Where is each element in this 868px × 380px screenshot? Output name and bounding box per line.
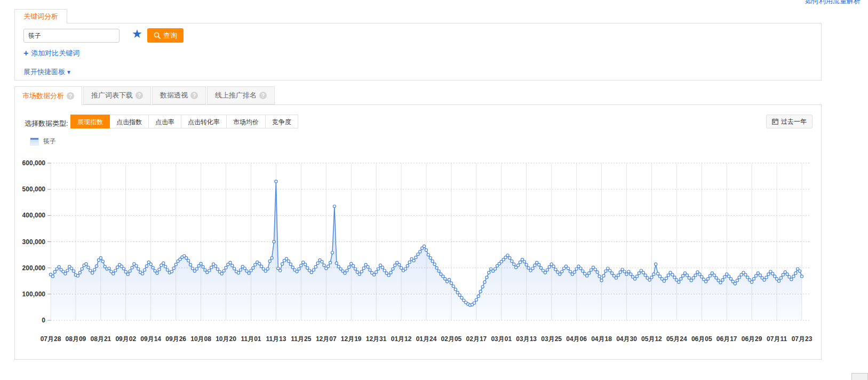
data-point[interactable] [437, 270, 440, 272]
data-point[interactable] [101, 260, 104, 263]
data-point[interactable] [273, 240, 275, 243]
trend-chart[interactable]: 0100,000200,000300,000400,000500,000600,… [15, 105, 821, 359]
data-point[interactable] [254, 263, 257, 266]
data-point[interactable] [239, 269, 242, 271]
data-point[interactable] [554, 268, 557, 271]
data-point[interactable] [141, 272, 144, 275]
data-point[interactable] [152, 266, 154, 269]
data-point[interactable] [625, 273, 628, 276]
tab-promo-wordlist-download[interactable]: 推广词表下载 ? [83, 86, 151, 104]
data-point[interactable] [285, 257, 288, 260]
data-point[interactable] [93, 269, 96, 271]
data-point[interactable] [423, 245, 426, 247]
data-point[interactable] [774, 275, 776, 278]
data-point[interactable] [76, 274, 79, 277]
data-point[interactable] [573, 271, 576, 273]
data-point[interactable] [692, 277, 695, 279]
data-point[interactable] [721, 279, 724, 281]
data-point[interactable] [665, 277, 667, 280]
add-compare-keyword-link[interactable]: + 添加对比关键词 [23, 48, 79, 58]
question-icon[interactable]: ? [67, 92, 74, 100]
data-point[interactable] [124, 270, 127, 273]
data-point[interactable] [481, 286, 484, 288]
data-point[interactable] [346, 269, 348, 272]
data-point[interactable] [170, 270, 173, 273]
data-point[interactable] [381, 266, 384, 269]
data-point[interactable] [777, 280, 780, 282]
question-icon[interactable]: ? [190, 92, 198, 99]
data-point[interactable] [567, 267, 569, 270]
data-point[interactable] [296, 270, 298, 273]
data-point[interactable] [630, 273, 632, 276]
data-point[interactable] [237, 271, 240, 274]
data-point[interactable] [519, 261, 521, 263]
data-point[interactable] [387, 274, 390, 277]
data-point[interactable] [306, 266, 309, 269]
data-point[interactable] [103, 265, 106, 268]
data-point[interactable] [657, 272, 659, 275]
data-point[interactable] [279, 269, 282, 272]
data-point[interactable] [95, 265, 98, 268]
data-point[interactable] [706, 278, 709, 280]
data-point[interactable] [617, 274, 619, 277]
data-point[interactable] [327, 265, 330, 268]
data-point[interactable] [174, 263, 177, 266]
data-point[interactable] [214, 265, 217, 268]
data-point[interactable] [594, 268, 596, 271]
data-point[interactable] [250, 269, 252, 272]
data-point[interactable] [431, 260, 434, 262]
data-point[interactable] [229, 261, 232, 264]
data-point[interactable] [794, 272, 797, 274]
data-point[interactable] [561, 270, 563, 273]
data-point[interactable] [765, 276, 768, 279]
data-point[interactable] [287, 260, 290, 262]
data-point[interactable] [220, 272, 223, 275]
data-point[interactable] [70, 267, 73, 270]
data-point[interactable] [488, 271, 490, 274]
data-point[interactable] [533, 264, 536, 266]
data-point[interactable] [746, 276, 749, 279]
data-point[interactable] [154, 270, 156, 272]
data-point[interactable] [638, 272, 640, 274]
data-point[interactable] [129, 270, 131, 272]
data-point[interactable] [627, 270, 630, 273]
data-point[interactable] [369, 269, 371, 271]
data-point[interactable] [473, 302, 475, 304]
data-point[interactable] [477, 295, 480, 297]
data-point[interactable] [252, 266, 254, 269]
data-point[interactable] [354, 268, 356, 270]
data-point[interactable] [400, 266, 403, 269]
tab-online-promo-ranking[interactable]: 线上推广排名 ? [207, 86, 275, 104]
data-point[interactable] [429, 256, 432, 259]
data-point[interactable] [663, 280, 665, 282]
data-point[interactable] [579, 267, 582, 270]
data-point[interactable] [389, 271, 392, 274]
data-point[interactable] [513, 263, 515, 265]
query-button[interactable]: 查询 [147, 28, 184, 43]
data-point[interactable] [619, 271, 622, 273]
data-point[interactable] [458, 294, 461, 296]
data-point[interactable] [615, 277, 617, 279]
data-point[interactable] [89, 269, 92, 272]
data-point[interactable] [337, 265, 340, 268]
data-point[interactable] [427, 254, 429, 256]
data-point[interactable] [728, 275, 730, 278]
data-point[interactable] [260, 265, 262, 268]
data-point[interactable] [559, 273, 561, 276]
data-point[interactable] [156, 272, 158, 274]
data-point[interactable] [270, 256, 273, 259]
data-point[interactable] [779, 277, 782, 279]
data-point[interactable] [736, 279, 738, 282]
data-point[interactable] [289, 263, 292, 265]
data-point[interactable] [375, 271, 378, 273]
data-point[interactable] [634, 278, 636, 280]
data-point[interactable] [590, 269, 592, 271]
data-point[interactable] [248, 272, 250, 274]
data-point[interactable] [58, 265, 60, 268]
data-point[interactable] [479, 290, 482, 293]
data-point[interactable] [767, 273, 770, 276]
data-point[interactable] [191, 267, 194, 270]
data-point[interactable] [800, 275, 803, 278]
data-point[interactable] [304, 263, 307, 266]
data-point[interactable] [602, 274, 605, 277]
